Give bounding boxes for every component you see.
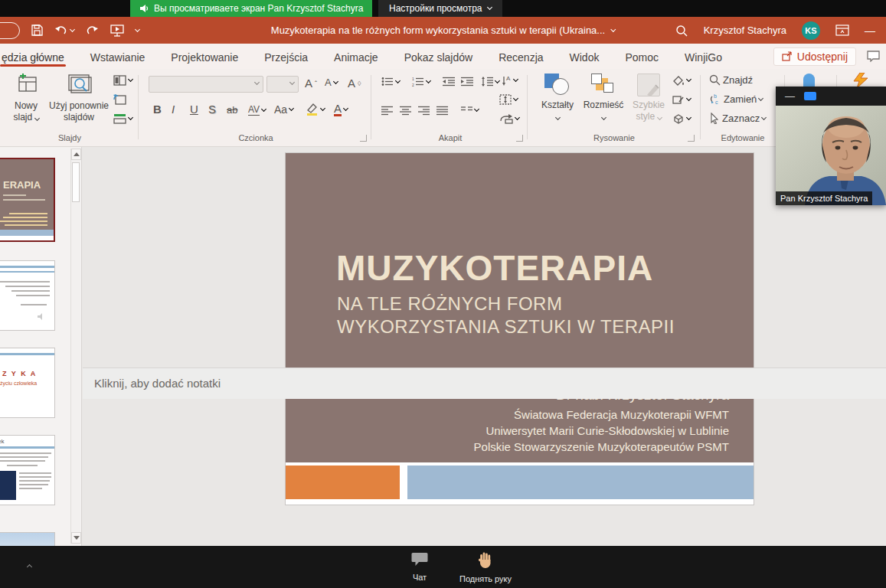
slide-layout-button[interactable] — [113, 75, 132, 86]
line-spacing-button[interactable] — [481, 77, 499, 87]
tab-pomoc[interactable]: Pomoc — [623, 45, 660, 68]
find-label: Znajdź — [723, 74, 753, 86]
align-right-button[interactable] — [418, 106, 430, 116]
user-name[interactable]: Krzysztof Stachyra — [704, 24, 786, 36]
raise-hand-button[interactable]: Поднять руку — [455, 552, 516, 583]
view-settings-button[interactable]: Настройки просмотра — [378, 0, 502, 17]
shrink-font-button[interactable]: A — [325, 77, 338, 88]
shape-fill-button[interactable] — [672, 75, 691, 86]
quick-styles-button[interactable]: Szybkie style — [628, 74, 669, 122]
search-icon[interactable] — [675, 24, 688, 38]
slide-background[interactable]: MUZYKOTERAPIA NA TLE RÓŻNYCH FORM WYKORZ… — [286, 153, 754, 462]
font-size-combo[interactable] — [266, 76, 299, 93]
align-left-button[interactable] — [381, 106, 393, 116]
font-color-button[interactable]: A — [334, 103, 348, 116]
section-button[interactable] — [113, 113, 132, 124]
tab-animacje[interactable]: Animacje — [332, 45, 380, 68]
increase-indent-button[interactable] — [461, 77, 473, 87]
slide-title[interactable]: MUZYKOTERAPIA — [336, 247, 653, 289]
bullets-button[interactable] — [381, 77, 400, 87]
columns-button[interactable] — [461, 106, 479, 114]
underline-button[interactable]: U — [190, 103, 198, 116]
replace-button[interactable]: bc Zamień — [709, 93, 763, 105]
minimize-button[interactable]: — — [865, 24, 875, 37]
undo-button[interactable] — [54, 24, 74, 37]
slide-blue-accent-bar[interactable] — [407, 466, 754, 499]
shape-outline-button[interactable] — [672, 94, 691, 105]
text-shadow-button[interactable]: S — [208, 103, 216, 116]
avatar[interactable]: KS — [802, 21, 820, 40]
slide-thumbnail-panel: ERAPIA — [0, 147, 82, 546]
participant-video-window[interactable]: — — [776, 87, 886, 205]
numbering-button[interactable]: 12 — [412, 77, 430, 87]
slide-subtitle[interactable]: NA TLE RÓŻNYCH FORM WYKORZYSTANIA SZTUKI… — [337, 292, 675, 338]
save-icon[interactable] — [31, 24, 44, 37]
slide-editor[interactable]: MUZYKOTERAPIA NA TLE RÓŻNYCH FORM WYKORZ… — [286, 153, 754, 505]
new-slide-icon — [15, 74, 38, 95]
character-spacing-button[interactable]: AV — [248, 104, 266, 116]
select-button[interactable]: Zaznacz — [709, 113, 766, 124]
italic-button[interactable]: I — [172, 103, 175, 116]
thumbnail-slide-1[interactable]: ERAPIA — [0, 158, 55, 242]
align-center-button[interactable] — [400, 106, 411, 116]
redo-icon[interactable] — [85, 24, 99, 37]
notes-placeholder: Kliknij, aby dodać notatki — [94, 377, 221, 390]
slide-orange-accent-bar[interactable] — [286, 466, 400, 499]
font-dialog-launcher[interactable] — [360, 135, 367, 142]
tab-recenzja[interactable]: Recenzja — [497, 45, 544, 68]
tab-narzedzia-glowne[interactable]: ędzia główne — [0, 45, 66, 68]
shape-effects-button[interactable] — [672, 113, 691, 124]
notes-pane[interactable]: Kliknij, aby dodać notatki — [83, 368, 886, 399]
video-camera-icon[interactable] — [804, 92, 816, 100]
chat-button[interactable]: Чат — [389, 552, 450, 582]
chevron-down-icon — [554, 115, 560, 120]
arrange-button[interactable]: Rozmieść — [580, 74, 626, 122]
clear-formatting-button[interactable]: A◊ — [348, 77, 361, 90]
scroll-up-button[interactable] — [71, 149, 81, 160]
thumbnail-slide-3[interactable]: Z Y K A w życiu człowieka — [0, 348, 55, 418]
decrease-indent-button[interactable] — [443, 77, 455, 87]
ribbon-display-options-icon[interactable] — [835, 24, 849, 36]
tab-wstawianie[interactable]: Wstawianie — [89, 45, 147, 68]
autosave-toggle[interactable] — [0, 22, 20, 39]
paragraph-dialog-launcher[interactable] — [516, 135, 523, 142]
justify-button[interactable] — [436, 106, 448, 116]
change-case-button[interactable]: Aa — [274, 103, 293, 116]
reset-slide-button[interactable] — [113, 94, 126, 105]
drawing-dialog-launcher[interactable] — [688, 135, 695, 142]
thumbnail-slide-4[interactable]: ek — [0, 435, 55, 505]
triangle-down-icon — [74, 536, 80, 540]
tab-widok[interactable]: Widok — [568, 45, 601, 68]
find-button[interactable]: Znajdź — [709, 74, 753, 86]
thumbnail-slide-2[interactable] — [0, 260, 55, 331]
meeting-control-bar: Чат Поднять руку — [0, 546, 886, 588]
share-button[interactable]: Udostępnij — [773, 47, 856, 66]
new-slide-button[interactable]: Nowy slajd — [6, 74, 46, 123]
lightning-addin-icon[interactable] — [852, 73, 871, 88]
strikethrough-button[interactable]: ab — [227, 104, 237, 116]
shapes-button[interactable]: Kształty — [536, 74, 579, 122]
align-text-button[interactable] — [499, 94, 518, 105]
comments-icon[interactable] — [867, 51, 880, 62]
convert-to-smartart-button[interactable] — [499, 113, 519, 124]
scroll-down-button[interactable] — [71, 532, 81, 544]
svg-text:c: c — [715, 100, 718, 105]
tab-winjigo[interactable]: WinjiGo — [683, 45, 724, 68]
tab-projektowanie[interactable]: Projektowanie — [169, 45, 240, 68]
tab-przejscia[interactable]: Przejścia — [263, 45, 309, 68]
scrollbar-thumb[interactable] — [72, 162, 80, 202]
document-title-area[interactable]: Muzykoterapia na tle różnych form wykorz… — [271, 17, 615, 44]
text-direction-button[interactable]: A — [499, 75, 518, 86]
reuse-slides-button[interactable]: Użyj ponownie slajdów — [47, 74, 110, 123]
font-name-combo[interactable] — [149, 76, 263, 93]
tab-pokaz-slajdow[interactable]: Pokaz slajdów — [403, 45, 475, 68]
thumbnail-scrollbar[interactable] — [70, 149, 80, 544]
expand-controls-icon[interactable] — [27, 564, 32, 570]
bold-button[interactable]: B — [153, 103, 162, 116]
start-slideshow-icon[interactable] — [110, 24, 125, 37]
customize-qat-chevron-icon[interactable] — [135, 26, 140, 31]
group-label-rysowanie: Rysowanie — [531, 133, 697, 142]
video-minimize-button[interactable]: — — [785, 90, 795, 102]
grow-font-button[interactable]: Aˆ — [305, 77, 317, 90]
highlight-color-button[interactable] — [305, 103, 325, 116]
